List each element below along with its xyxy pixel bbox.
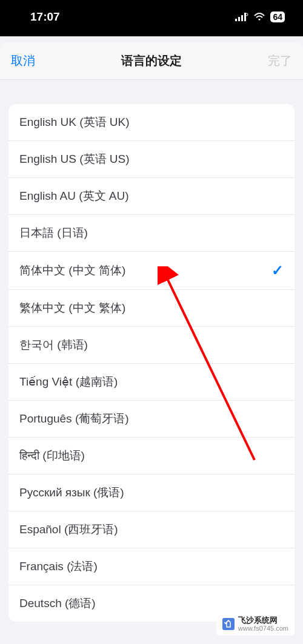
language-label: Deutsch (德语) (19, 596, 96, 611)
list-item[interactable]: Tiếng Việt (越南语) (8, 364, 295, 401)
language-label: हिन्दी (印地语) (19, 448, 85, 464)
signal-icon (235, 13, 248, 21)
list-item[interactable]: Русский язык (俄语) (8, 475, 295, 511)
list-item[interactable]: 日本語 (日语) (8, 215, 295, 252)
list-item[interactable]: Français (法语) (8, 548, 295, 585)
watermark: 飞沙系统网 www.fs0745.com (216, 613, 295, 636)
battery-indicator: 64 (270, 12, 285, 22)
svg-rect-2 (241, 15, 243, 21)
language-list: English UK (英语 UK)English US (英语 US)Engl… (8, 104, 295, 622)
list-item[interactable]: English AU (英文 AU) (8, 178, 295, 215)
list-item[interactable]: Español (西班牙语) (8, 511, 295, 548)
cancel-button[interactable]: 取消 (11, 53, 47, 69)
list-item[interactable]: 繁体中文 (中文 繁体) (8, 290, 295, 327)
done-button[interactable]: 完了 (256, 53, 292, 69)
status-indicators: 64 (235, 12, 285, 22)
watermark-name: 飞沙系统网 (238, 616, 288, 625)
language-label: 繁体中文 (中文 繁体) (19, 300, 125, 316)
list-item[interactable]: हिन्दी (印地语) (8, 438, 295, 475)
watermark-url: www.fs0745.com (238, 625, 288, 632)
svg-rect-1 (238, 17, 240, 21)
language-label: 简体中文 (中文 简体) (19, 263, 125, 278)
language-label: English UK (英语 UK) (19, 114, 130, 130)
language-label: 한국어 (韩语) (19, 337, 88, 353)
watermark-logo (222, 618, 235, 630)
list-item[interactable]: 简体中文 (中文 简体)✓ (8, 252, 295, 290)
language-label: 日本語 (日语) (19, 225, 88, 241)
navigation-bar: 取消 语言的设定 完了 (0, 42, 303, 80)
language-label: English AU (英文 AU) (19, 188, 129, 204)
list-item[interactable]: 한국어 (韩语) (8, 327, 295, 364)
language-label: Русский язык (俄语) (19, 485, 124, 501)
content-area: English UK (英语 UK)English US (英语 US)Engl… (0, 80, 303, 644)
status-time: 17:07 (30, 10, 60, 24)
language-label: Español (西班牙语) (19, 522, 118, 537)
list-item[interactable]: English US (英语 US) (8, 141, 295, 178)
wifi-icon (253, 13, 265, 21)
status-bar: 17:07 64 (0, 0, 303, 36)
language-label: English US (英语 US) (19, 151, 130, 167)
page-title: 语言的设定 (121, 53, 182, 69)
check-icon: ✓ (271, 262, 284, 279)
svg-rect-0 (235, 19, 237, 21)
language-label: Français (法语) (19, 559, 98, 574)
language-label: Tiếng Việt (越南语) (19, 374, 118, 390)
list-item[interactable]: Português (葡萄牙语) (8, 401, 295, 438)
modal-sheet: 取消 语言的设定 完了 English UK (英语 UK)English US… (0, 42, 303, 644)
language-label: Português (葡萄牙语) (19, 411, 129, 427)
list-item[interactable]: English UK (英语 UK) (8, 104, 295, 141)
